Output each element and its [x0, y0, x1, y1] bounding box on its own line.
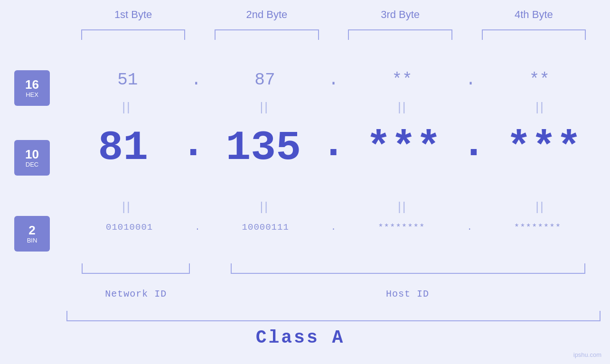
bottom-brackets: . [66, 263, 601, 274]
badge-dec: 10 DEC [14, 140, 50, 176]
byte3-header: 3rd Byte [334, 9, 467, 21]
btm-brk-network-inner [82, 263, 190, 274]
eq-sym-1b: || [204, 100, 325, 114]
host-id-label: Host ID [215, 289, 601, 299]
eq-sym-2d: || [480, 199, 601, 214]
byte4-header: 4th Byte [467, 9, 601, 21]
badge-dec-label: DEC [26, 161, 38, 168]
bin-dot-2: . [328, 222, 338, 233]
top-brk-1 [66, 29, 200, 40]
eq-dot-1c [463, 101, 480, 113]
column-headers: 1st Byte 2nd Byte 3rd Byte 4th Byte [66, 9, 601, 21]
badge-bin-label: BIN [27, 237, 38, 244]
top-brk-inner-1 [81, 29, 185, 40]
bin-dot-1: . [192, 222, 202, 233]
eq-dot-2b [325, 201, 342, 213]
hex-dot-2: . [326, 70, 341, 90]
top-brk-inner-2 [215, 29, 319, 40]
top-brackets [66, 29, 601, 40]
id-spacer: . [206, 289, 215, 299]
bin-val-b1: 01010001 [66, 222, 192, 233]
eq-row-2: || || || || [66, 199, 601, 214]
dec-val-b1: 81 [66, 127, 180, 169]
dec-dot-2: . [320, 123, 347, 169]
bin-val-b4: ******** [475, 222, 601, 233]
hex-val-b3: ** [341, 70, 463, 90]
top-brk-2 [200, 29, 333, 40]
badge-hex-num: 16 [25, 78, 39, 92]
page-wrapper: 1st Byte 2nd Byte 3rd Byte 4th Byte 16 H… [0, 0, 610, 364]
bin-val-b3: ******** [338, 222, 464, 233]
hex-row: 51 . 87 . ** . ** [66, 70, 601, 90]
bin-val-b2: 10000111 [203, 222, 328, 233]
id-labels: Network ID . Host ID [66, 289, 601, 299]
byte2-header: 2nd Byte [200, 9, 333, 21]
eq-sym-1d: || [480, 100, 601, 114]
top-brk-inner-4 [482, 29, 586, 40]
hex-val-b2: 87 [204, 70, 326, 90]
eq-row-1: || || || || [66, 100, 601, 114]
btm-brk-network [66, 263, 205, 274]
dec-dot-3: . [460, 123, 488, 169]
eq-dot-2a [187, 201, 204, 213]
btm-brk-host [216, 263, 601, 274]
eq-dot-1a [187, 101, 204, 113]
eq-sym-2a: || [66, 199, 187, 214]
badge-bin-num: 2 [28, 224, 35, 237]
hex-dot-1: . [189, 70, 204, 90]
btm-brk-host-inner [231, 263, 585, 274]
eq-sym-2b: || [204, 199, 325, 214]
class-a-label: Class A [0, 327, 601, 348]
hex-val-b4: ** [478, 70, 601, 90]
badge-bin: 2 BIN [14, 216, 50, 252]
bin-row: 01010001 . 10000111 . ******** . *******… [66, 222, 601, 233]
dec-val-b4: *** [487, 127, 601, 169]
eq-dot-1b [325, 101, 342, 113]
dec-val-b3: *** [347, 127, 460, 169]
hex-val-b1: 51 [66, 70, 189, 90]
top-brk-3 [334, 29, 467, 40]
dec-row: 81 . 135 . *** . *** [66, 123, 601, 169]
top-brk-4 [467, 29, 601, 40]
network-id-label: Network ID [66, 289, 206, 299]
hex-dot-3: . [463, 70, 479, 90]
eq-sym-1a: || [66, 100, 187, 114]
class-bracket [66, 311, 601, 321]
bin-dot-3: . [464, 222, 474, 233]
top-brk-inner-3 [348, 29, 452, 40]
byte1-header: 1st Byte [66, 9, 200, 21]
watermark: ipshu.com [573, 351, 601, 358]
eq-dot-2c [463, 201, 480, 213]
badge-dec-num: 10 [25, 148, 39, 161]
badge-hex-label: HEX [26, 91, 38, 98]
badge-hex: 16 HEX [14, 70, 50, 106]
dec-val-b2: 135 [206, 127, 320, 169]
eq-sym-1c: || [342, 100, 463, 114]
eq-sym-2c: || [342, 199, 463, 214]
btm-spacer-1: . [205, 263, 215, 274]
dec-dot-1: . [180, 123, 207, 169]
